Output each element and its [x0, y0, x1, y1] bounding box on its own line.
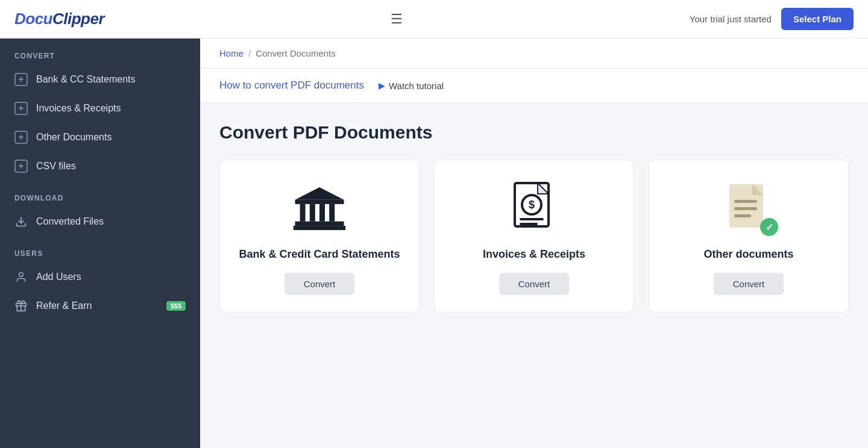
card-other-documents: ✓ Other documents Convert — [649, 160, 849, 313]
sidebar-item-other-documents[interactable]: + Other Documents — [0, 123, 200, 152]
svg-rect-11 — [294, 226, 345, 230]
svg-rect-10 — [295, 222, 344, 226]
svg-point-1 — [19, 273, 24, 277]
card-bank-credit-card: Bank & Credit Card Statements Convert — [219, 160, 420, 313]
breadcrumb-current: Convert Documents — [256, 48, 336, 58]
trial-text: Your trial just started — [690, 14, 772, 24]
content-area: Convert PDF Documents — [200, 103, 868, 332]
sidebar-item-invoices-label: Invoices & Receipts — [36, 103, 121, 114]
sidebar: CONVERT + Bank & CC Statements + Invoice… — [0, 39, 200, 448]
app-header: DocuClipper ☰ Your trial just started Se… — [0, 0, 868, 39]
sidebar-section-users: USERS — [0, 236, 200, 263]
svg-text:$: $ — [529, 199, 535, 211]
hamburger-menu[interactable]: ☰ — [391, 11, 403, 27]
svg-marker-4 — [295, 187, 344, 200]
plus-icon: + — [14, 160, 28, 173]
cards-grid: Bank & Credit Card Statements Convert — [219, 160, 849, 313]
sidebar-item-bank-cc[interactable]: + Bank & CC Statements — [0, 65, 200, 94]
sidebar-item-refer-earn[interactable]: Refer & Earn $$$ — [0, 291, 200, 320]
card-other-convert-button[interactable]: Convert — [714, 273, 784, 295]
sidebar-item-converted-files[interactable]: Converted Files — [0, 207, 200, 236]
check-badge-icon: ✓ — [760, 218, 778, 236]
page-title: Convert PDF Documents — [219, 122, 849, 143]
svg-rect-9 — [329, 204, 335, 222]
sidebar-item-bank-cc-label: Bank & CC Statements — [36, 74, 136, 85]
breadcrumb: Home / Convert Documents — [200, 39, 868, 69]
sidebar-item-add-users[interactable]: Add Users — [0, 263, 200, 291]
gift-icon — [14, 299, 28, 313]
sidebar-item-add-users-label: Add Users — [36, 272, 81, 282]
sidebar-item-converted-files-label: Converted Files — [36, 216, 104, 227]
card-bank-convert-button[interactable]: Convert — [285, 273, 355, 295]
tutorial-banner: How to convert PDF documents ▶ Watch tut… — [200, 69, 868, 103]
card-invoices-convert-button[interactable]: Convert — [499, 273, 570, 295]
main-content: Home / Convert Documents How to convert … — [200, 39, 868, 448]
svg-rect-16 — [520, 223, 538, 225]
svg-rect-8 — [319, 204, 325, 222]
sidebar-section-download: DOWNLOAD — [0, 181, 200, 207]
card-invoices-receipts: $ Invoices & Receipts Convert — [434, 160, 634, 313]
sidebar-item-invoices[interactable]: + Invoices & Receipts — [0, 94, 200, 123]
select-plan-button[interactable]: Select Plan — [781, 8, 854, 30]
sidebar-item-csv-label: CSV files — [36, 161, 76, 172]
svg-rect-15 — [520, 218, 544, 220]
user-icon — [14, 270, 28, 284]
header-right: Your trial just started Select Plan — [690, 8, 854, 30]
bank-icon — [289, 182, 350, 236]
plus-icon: + — [14, 73, 28, 86]
svg-rect-6 — [300, 204, 306, 222]
svg-rect-18 — [734, 200, 757, 203]
refer-earn-badge: $$$ — [166, 301, 186, 311]
breadcrumb-separator: / — [248, 48, 251, 58]
download-icon — [14, 215, 28, 228]
sidebar-item-other-documents-label: Other Documents — [36, 132, 112, 143]
play-icon: ▶ — [379, 81, 385, 90]
card-other-title: Other documents — [703, 248, 793, 261]
plus-icon: + — [14, 131, 28, 144]
watch-tutorial-link[interactable]: ▶ Watch tutorial — [379, 81, 444, 91]
watch-tutorial-label: Watch tutorial — [389, 81, 444, 91]
sidebar-section-convert: CONVERT — [0, 39, 200, 65]
other-documents-icon: ✓ — [719, 182, 779, 236]
breadcrumb-home[interactable]: Home — [219, 48, 244, 58]
sidebar-item-refer-earn-label: Refer & Earn — [36, 300, 92, 311]
svg-rect-7 — [310, 204, 315, 222]
app-body: CONVERT + Bank & CC Statements + Invoice… — [0, 39, 868, 448]
svg-rect-5 — [295, 200, 344, 204]
svg-rect-19 — [734, 207, 757, 210]
card-bank-title: Bank & Credit Card Statements — [239, 248, 400, 261]
svg-rect-20 — [734, 214, 751, 217]
invoice-icon: $ — [504, 182, 564, 236]
app-logo: DocuClipper — [14, 10, 104, 28]
tutorial-title: How to convert PDF documents — [219, 79, 364, 92]
sidebar-item-csv[interactable]: + CSV files — [0, 152, 200, 181]
plus-icon: + — [14, 102, 28, 115]
card-invoices-title: Invoices & Receipts — [483, 248, 585, 261]
